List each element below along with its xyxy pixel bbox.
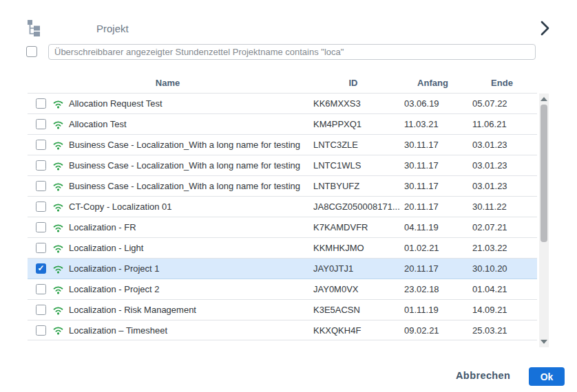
project-start: 20.11.17 <box>399 202 467 212</box>
name-cell: Localization – Timesheet <box>28 325 308 336</box>
project-start: 09.02.21 <box>399 325 467 336</box>
cancel-button[interactable]: Abbrechen <box>456 370 510 381</box>
project-id: KKMHKJMO <box>308 243 399 253</box>
project-name: Localization - Project 2 <box>69 284 160 294</box>
name-cell: Business Case - Localization_With a long… <box>28 181 308 191</box>
project-end: 05.07.22 <box>467 98 537 109</box>
project-end: 03.01.23 <box>467 181 537 191</box>
row-checkbox[interactable] <box>36 305 46 315</box>
project-end: 25.03.21 <box>467 325 537 336</box>
project-name: CT-Copy - Localization 01 <box>69 202 172 212</box>
name-cell: Localization - FR <box>28 222 308 232</box>
project-start: 11.03.21 <box>399 119 467 129</box>
project-start: 01.11.19 <box>399 305 467 315</box>
row-checkbox[interactable] <box>36 181 46 191</box>
project-end: 03.01.23 <box>467 140 537 150</box>
name-cell: Localization - Project 2 <box>28 284 308 294</box>
row-checkbox[interactable] <box>36 243 46 253</box>
project-end: 21.03.22 <box>467 243 537 253</box>
wifi-status-icon <box>52 99 64 109</box>
project-name: Localization - Project 1 <box>69 263 160 274</box>
wifi-status-icon <box>52 305 64 315</box>
wifi-status-icon <box>52 264 64 274</box>
project-id: JAY0M0VX <box>308 284 399 294</box>
project-table-body: Allocation Request Test KK6MXXS3 03.06.1… <box>28 93 537 340</box>
row-checkbox[interactable] <box>36 284 46 294</box>
row-checkbox[interactable] <box>36 119 46 129</box>
row-checkbox[interactable] <box>36 263 46 274</box>
wifi-status-icon <box>52 202 64 212</box>
scroll-down-icon[interactable] <box>541 340 547 344</box>
project-end: 30.11.22 <box>467 202 537 212</box>
table-row[interactable]: Localization - Risk Management K3E5ACSN … <box>28 299 537 320</box>
table-row[interactable]: Business Case - Localization_With a long… <box>28 155 537 175</box>
project-name: Localization - Risk Management <box>69 305 196 315</box>
table-row[interactable]: Allocation Test KM4PPXQ1 11.03.21 11.06.… <box>28 113 537 134</box>
project-end: 30.10.20 <box>467 263 537 274</box>
table-row[interactable]: CT-Copy - Localization 01 JA8CGZ05000817… <box>28 196 537 217</box>
chevron-right-icon[interactable] <box>536 20 553 38</box>
row-checkbox[interactable] <box>36 160 46 171</box>
project-end: 14.09.21 <box>467 305 537 315</box>
filter-input[interactable] <box>48 44 536 60</box>
name-cell: Localization - Light <box>28 243 308 253</box>
project-start: 03.06.19 <box>399 98 467 109</box>
wifi-status-icon <box>52 243 64 253</box>
table-row[interactable]: Business Case - Localization_With a long… <box>28 134 537 155</box>
project-name: Localization – Timesheet <box>69 325 167 336</box>
project-picker-dialog: Projekt Name ID Anfang Ende All <box>0 0 577 392</box>
row-checkbox[interactable] <box>36 222 46 232</box>
project-id: K7KAMDVFR <box>308 222 399 232</box>
name-cell: Allocation Test <box>28 119 308 129</box>
row-checkbox[interactable] <box>36 98 46 109</box>
column-header-end[interactable]: Ende <box>467 78 537 88</box>
project-id: K3E5ACSN <box>308 305 399 315</box>
hierarchy-tree-icon <box>28 19 41 37</box>
wifi-status-icon <box>52 285 64 294</box>
wifi-status-icon <box>52 223 64 232</box>
project-end: 01.04.21 <box>467 284 537 294</box>
table-row[interactable]: Business Case - Localization_With a long… <box>28 175 537 196</box>
project-id: KK6MXXS3 <box>308 98 399 109</box>
project-id: LNTC3ZLE <box>308 140 399 150</box>
project-id: JAY0JTJ1 <box>308 263 399 274</box>
scroll-up-icon[interactable] <box>541 97 547 101</box>
project-name: Business Case - Localization_With a long… <box>69 160 300 171</box>
name-cell: Business Case - Localization_With a long… <box>28 160 308 171</box>
project-name: Business Case - Localization_With a long… <box>69 181 300 191</box>
ok-button[interactable]: Ok <box>529 367 565 386</box>
project-id: LNTC1WLS <box>308 160 399 171</box>
column-header-name[interactable]: Name <box>28 78 308 88</box>
scrollbar-thumb[interactable] <box>541 105 547 242</box>
project-name: Localization - FR <box>69 222 136 232</box>
project-id: LNTBYUFZ <box>308 181 399 191</box>
wifi-status-icon <box>52 120 64 129</box>
project-end: 03.01.23 <box>467 160 537 171</box>
table-row[interactable]: Localization – Timesheet KKXQKH4F 09.02.… <box>28 320 537 340</box>
table-row[interactable]: Localization - FR K7KAMDVFR 04.11.19 02.… <box>28 217 537 237</box>
project-start: 30.11.17 <box>399 140 467 150</box>
table-row[interactable]: Allocation Request Test KK6MXXS3 03.06.1… <box>28 93 537 113</box>
vertical-scrollbar[interactable] <box>539 94 549 347</box>
row-checkbox[interactable] <box>36 325 46 336</box>
project-name: Localization - Light <box>69 243 143 253</box>
project-start: 30.11.17 <box>399 160 467 171</box>
project-start: 20.11.17 <box>399 263 467 274</box>
project-name: Allocation Test <box>69 119 127 129</box>
project-id: KM4PPXQ1 <box>308 119 399 129</box>
row-checkbox[interactable] <box>36 202 46 212</box>
row-checkbox[interactable] <box>36 140 46 150</box>
name-cell: Allocation Request Test <box>28 98 308 109</box>
project-end: 02.07.21 <box>467 222 537 232</box>
name-cell: Business Case - Localization_With a long… <box>28 140 308 150</box>
column-header-id[interactable]: ID <box>308 78 399 88</box>
project-start: 23.02.18 <box>399 284 467 294</box>
column-header-start[interactable]: Anfang <box>399 78 467 88</box>
project-start: 04.11.19 <box>399 222 467 232</box>
table-row[interactable]: Localization - Project 1 JAY0JTJ1 20.11.… <box>28 258 537 279</box>
table-row[interactable]: Localization - Project 2 JAY0M0VX 23.02.… <box>28 279 537 299</box>
table-row[interactable]: Localization - Light KKMHKJMO 01.02.21 2… <box>28 237 537 258</box>
filter-checkbox[interactable] <box>26 46 37 57</box>
project-id: KKXQKH4F <box>308 325 399 336</box>
project-name: Business Case - Localization_With a long… <box>69 140 300 150</box>
